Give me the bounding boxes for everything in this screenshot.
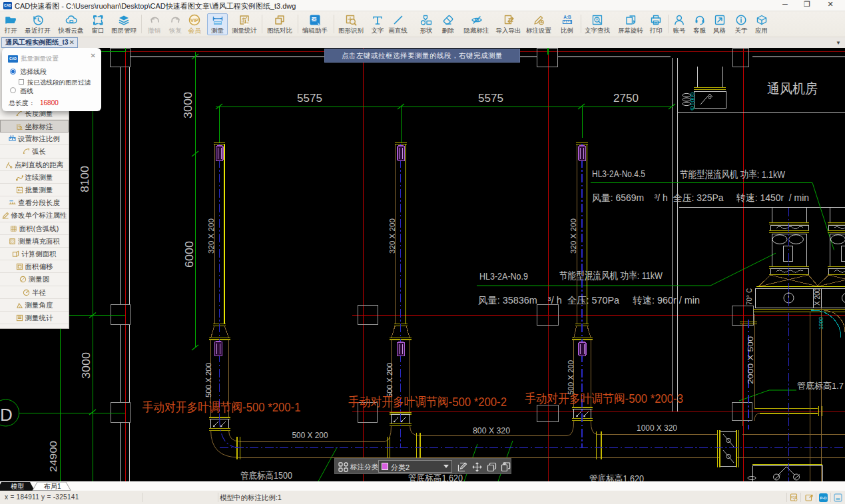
svg-text:3000: 3000 [182, 92, 194, 119]
svg-text:500 X 200: 500 X 200 [386, 363, 394, 397]
svg-text:2000 X 500: 2000 X 500 [746, 336, 754, 384]
svg-text:3000: 3000 [80, 352, 92, 379]
svg-text:8100: 8100 [79, 166, 91, 192]
svg-text:320 X 200: 320 X 200 [207, 218, 215, 254]
svg-text:手动对开多叶调节阀-500 *200-2: 手动对开多叶调节阀-500 *200-2 [348, 395, 507, 409]
svg-text:Φ1000: Φ1000 [689, 93, 696, 111]
svg-text:管底标高1.7: 管底标高1.7 [797, 381, 844, 391]
svg-text:管底标高1.620: 管底标高1.620 [589, 473, 644, 481]
svg-text:A:B: A:B [10, 135, 14, 138]
svg-text:500 X 200: 500 X 200 [567, 360, 575, 395]
svg-text:通风机房: 通风机房 [767, 81, 818, 96]
svg-text:800 X 320: 800 X 320 [473, 425, 510, 435]
svg-text:VIP: VIP [190, 17, 198, 23]
svg-text:管底标高1500: 管底标高1500 [240, 470, 292, 481]
svg-text:手动对开多叶调节阀-500 *200-1: 手动对开多叶调节阀-500 *200-1 [142, 400, 301, 414]
svg-text:HL3-2A-No.9: HL3-2A-No.9 [479, 271, 528, 282]
svg-text:70° C: 70° C [746, 288, 753, 305]
svg-text:320 X 200: 320 X 200 [388, 218, 396, 254]
svg-text:500 X 200: 500 X 200 [292, 430, 328, 440]
svg-text:HL3-2A-No.4.5: HL3-2A-No.4.5 [592, 168, 645, 179]
svg-text:500 X 200: 500 X 200 [204, 363, 212, 397]
svg-text:1000: 1000 [818, 317, 824, 330]
svg-text:布局1: 布局1 [43, 483, 61, 490]
svg-text:D: D [0, 405, 13, 425]
svg-text:X 200: X 200 [814, 288, 821, 306]
svg-text:节能型混流风机 功率: 11kW: 节能型混流风机 功率: 11kW [559, 270, 663, 281]
svg-text:风量: 6569m ³/ h 全压: 325Pa: 风量: 6569m ³/ h 全压: 325Pa 转速: 1450r / min [592, 192, 809, 203]
svg-text:5575: 5575 [297, 92, 322, 104]
svg-text:风量: 35836m ³/ h 全压: 570Pa: 风量: 35836m ³/ h 全压: 570Pa 转速: 960r / min [478, 295, 700, 306]
svg-text:5575: 5575 [478, 92, 503, 104]
svg-text:6000: 6000 [183, 241, 195, 268]
svg-text:P-O: P-O [820, 496, 828, 500]
svg-text:2750: 2750 [613, 92, 639, 104]
svg-text:1000 X 320: 1000 X 320 [637, 423, 677, 433]
svg-text:手动对开多叶调节阀-500 *200-3: 手动对开多叶调节阀-500 *200-3 [525, 391, 683, 405]
svg-text:320 X 200: 320 X 200 [569, 218, 577, 254]
svg-text:模型: 模型 [11, 483, 24, 490]
svg-text:节能型混流风机 功率: 1.1kW: 节能型混流风机 功率: 1.1kW [680, 168, 786, 180]
svg-text:A:B: A:B [563, 15, 571, 19]
svg-text:24900: 24900 [48, 441, 59, 472]
svg-text:CAD: CAD [311, 18, 318, 21]
